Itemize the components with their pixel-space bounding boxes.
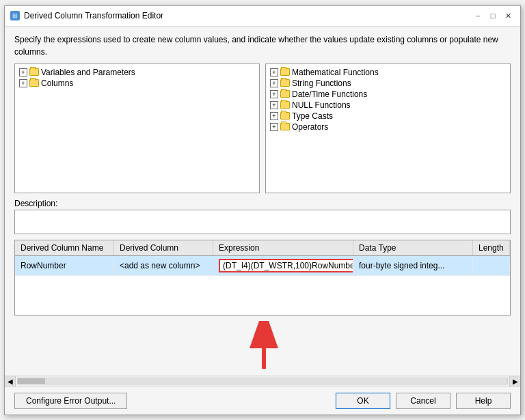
title-bar: ⊞ Derived Column Transformation Editor −… xyxy=(5,6,520,27)
description-area: Description: xyxy=(14,199,511,234)
footer-left: Configure Error Output... xyxy=(14,393,330,409)
configure-error-button[interactable]: Configure Error Output... xyxy=(14,393,127,409)
scrollbar-track[interactable] xyxy=(17,378,508,384)
expression-value[interactable]: (DT_I4)(DT_WSTR,100)RowNumber xyxy=(219,259,353,272)
th-derived-column: Derived Column xyxy=(114,240,213,255)
panels-container: + Variables and Parameters + Columns + M… xyxy=(14,64,511,193)
folder-icon-columns xyxy=(29,79,39,87)
window-icon: ⊞ xyxy=(10,11,20,20)
expand-columns[interactable]: + xyxy=(19,79,27,87)
dialog-content: Specify the expressions used to create n… xyxy=(5,27,520,376)
maximize-button[interactable]: □ xyxy=(486,10,500,21)
ok-button[interactable]: OK xyxy=(336,393,390,409)
expand-math[interactable]: + xyxy=(270,68,278,76)
table-body: RowNumber <add as new column> (DT_I4)(DT… xyxy=(15,256,510,315)
folder-icon-string xyxy=(280,79,290,87)
tree-label-columns: Columns xyxy=(41,79,73,88)
tree-label-null: NULL Functions xyxy=(292,100,351,110)
cancel-button[interactable]: Cancel xyxy=(396,393,450,409)
tree-item-datetime[interactable]: + Date/Time Functions xyxy=(269,89,507,100)
data-table: Derived Column Name Derived Column Expre… xyxy=(14,240,511,316)
td-expression: (DT_I4)(DT_WSTR,100)RowNumber xyxy=(213,256,353,275)
tree-item-casts[interactable]: + Type Casts xyxy=(269,111,507,122)
description-text: Specify the expressions used to create n… xyxy=(14,33,511,58)
folder-icon-variables xyxy=(29,68,39,76)
td-length xyxy=(473,263,510,268)
tree-item-operators[interactable]: + Operators xyxy=(269,122,507,132)
main-window: ⊞ Derived Column Transformation Editor −… xyxy=(4,5,521,415)
description-label: Description: xyxy=(14,199,511,208)
table-row[interactable]: RowNumber <add as new column> (DT_I4)(DT… xyxy=(15,256,510,276)
folder-icon-null xyxy=(280,101,290,109)
th-expression: Expression xyxy=(213,240,353,255)
tree-label-casts: Type Casts xyxy=(292,111,333,121)
th-derived-column-name: Derived Column Name xyxy=(15,240,114,255)
left-panel[interactable]: + Variables and Parameters + Columns xyxy=(14,64,260,193)
scroll-left-btn[interactable]: ◀ xyxy=(5,376,16,387)
tree-label-string: String Functions xyxy=(292,79,351,88)
td-derived: <add as new column> xyxy=(114,258,213,273)
tree-label-operators: Operators xyxy=(292,122,328,132)
expand-null[interactable]: + xyxy=(270,101,278,109)
window-title: Derived Column Transformation Editor xyxy=(24,11,163,20)
arrow-container xyxy=(14,321,511,369)
description-box xyxy=(14,210,511,234)
tree-item-variables[interactable]: + Variables and Parameters xyxy=(18,67,256,78)
td-datatype: four-byte signed integ... xyxy=(353,258,473,273)
th-length: Length xyxy=(473,240,510,255)
expand-string[interactable]: + xyxy=(270,79,278,87)
horizontal-scrollbar[interactable]: ◀ ▶ xyxy=(5,376,520,387)
help-button[interactable]: Help xyxy=(456,393,511,409)
expand-variables[interactable]: + xyxy=(19,68,27,76)
folder-icon-casts xyxy=(280,112,290,120)
folder-icon-operators xyxy=(280,123,290,130)
table-header: Derived Column Name Derived Column Expre… xyxy=(15,240,510,256)
tree-label-variables: Variables and Parameters xyxy=(41,68,135,77)
footer: Configure Error Output... OK Cancel Help xyxy=(5,387,520,415)
expand-operators[interactable]: + xyxy=(270,123,278,131)
tree-label-datetime: Date/Time Functions xyxy=(292,89,367,99)
expand-casts[interactable]: + xyxy=(270,112,278,120)
close-button[interactable]: ✕ xyxy=(501,10,515,21)
scrollbar-thumb[interactable] xyxy=(18,378,45,384)
th-data-type: Data Type xyxy=(353,240,473,255)
scroll-right-btn[interactable]: ▶ xyxy=(509,376,520,387)
folder-icon-datetime xyxy=(280,90,290,98)
tree-label-math: Mathematical Functions xyxy=(292,68,379,77)
title-controls: − □ ✕ xyxy=(471,10,515,21)
minimize-button[interactable]: − xyxy=(471,10,485,21)
expand-datetime[interactable]: + xyxy=(270,90,278,98)
right-panel[interactable]: + Mathematical Functions + String Functi… xyxy=(265,64,511,193)
arrow-icon xyxy=(247,321,281,369)
tree-item-columns[interactable]: + Columns xyxy=(18,78,256,89)
title-bar-left: ⊞ Derived Column Transformation Editor xyxy=(10,11,163,20)
tree-item-math[interactable]: + Mathematical Functions xyxy=(269,67,507,78)
td-row-name: RowNumber xyxy=(15,258,114,273)
folder-icon-math xyxy=(280,68,290,76)
tree-item-string[interactable]: + String Functions xyxy=(269,78,507,89)
tree-item-null[interactable]: + NULL Functions xyxy=(269,100,507,111)
